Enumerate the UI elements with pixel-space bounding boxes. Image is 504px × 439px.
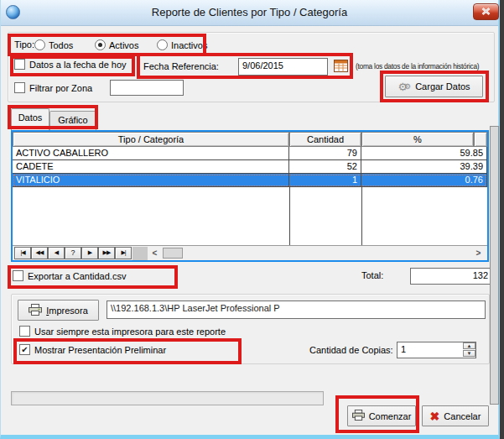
window-title: Reporte de Clientes por Tipo / Categoría: [1, 6, 498, 18]
cell-pct: 59.85: [361, 147, 487, 160]
dialog-window: Reporte de Clientes por Tipo / Categoría…: [0, 0, 500, 439]
usar-siempre-label: Usar siempre esta impresora para este re…: [34, 327, 226, 337]
usar-siempre-checkbox[interactable]: [19, 326, 30, 337]
cell-pct: 39.39: [361, 160, 487, 174]
calendar-icon[interactable]: [334, 59, 349, 73]
column-header-tipo[interactable]: Tipo / Categoría: [13, 132, 289, 147]
grid-navigator: |◀ ◀◀ ◀ ? ▶ ▶▶ ▶| < >: [13, 245, 487, 260]
cargar-datos-label: Cargar Datos: [415, 81, 470, 91]
cell-cantidad: 79: [289, 147, 361, 160]
nav-fast-back-button[interactable]: ◀◀: [31, 247, 48, 259]
exportar-label: Exportar a Cantidad.csv: [28, 271, 126, 281]
cell-pct: 0.76: [361, 174, 487, 187]
radio-inactivos[interactable]: [157, 39, 168, 50]
nav-next-button[interactable]: ▶: [81, 247, 98, 259]
cell-tipo: ACTIVO CABALLERO: [13, 147, 289, 160]
preliminar-checkbox[interactable]: ✔: [19, 344, 30, 355]
check-icon: ✔: [21, 345, 28, 354]
hscroll-left-icon[interactable]: <: [149, 248, 160, 259]
title-bar: Reporte de Clientes por Tipo / Categoría: [1, 0, 498, 26]
spin-up-icon[interactable]: ▲: [463, 342, 475, 349]
cancelar-label: Cancelar: [444, 411, 481, 421]
datos-hoy-label: Datos a la fecha de hoy: [29, 60, 127, 70]
radio-todos-label: Todos: [49, 40, 73, 50]
filtrar-zona-label: Filtrar por Zona: [29, 83, 92, 93]
radio-todos[interactable]: [34, 39, 45, 50]
grid-column-line: [289, 187, 290, 245]
cancel-x-icon: ✖: [430, 410, 440, 422]
printer-icon: [29, 304, 42, 317]
copias-label: Cantidad de Copias:: [309, 345, 393, 355]
cell-cantidad: 1: [289, 174, 361, 187]
total-label: Total:: [361, 270, 383, 280]
fecha-referencia-input[interactable]: 9/06/2015: [238, 58, 328, 76]
zona-input[interactable]: [110, 80, 184, 96]
exportar-checkbox[interactable]: [13, 270, 23, 281]
radio-inactivos-label: Inactivos: [171, 40, 207, 50]
filtrar-zona-checkbox[interactable]: [14, 82, 25, 93]
cell-cantidad: 52: [289, 160, 361, 174]
cell-tipo: CADETE: [13, 160, 289, 174]
tab-grafico[interactable]: Gráfico: [49, 111, 96, 130]
grid-column-line: [361, 187, 362, 245]
nav-first-button[interactable]: |◀: [14, 247, 31, 259]
tab-datos[interactable]: Datos: [11, 108, 49, 130]
preliminar-label: Mostrar Presentación Preliminar: [34, 345, 166, 355]
historical-note: (toma los datos de la información histór…: [356, 62, 479, 71]
close-icon: [481, 7, 491, 17]
gears-icon: ⚙⚙: [397, 81, 411, 92]
spin-down-icon[interactable]: ▼: [463, 350, 475, 357]
progress-bar: [11, 391, 324, 405]
table-row[interactable]: CADETE 52 39.39: [13, 160, 487, 174]
datos-hoy-checkbox[interactable]: [14, 59, 25, 70]
tipo-label: Tipo:: [14, 39, 34, 50]
table-row-selected[interactable]: VITALICIO 1 0.76: [13, 174, 487, 187]
printer-icon: [352, 410, 365, 422]
nav-gap: [132, 247, 148, 260]
hscroll-thumb[interactable]: [163, 248, 183, 259]
printer-path-field[interactable]: \\192.168.1.3\HP LaserJet Professional P: [107, 301, 486, 319]
right-edge-panel: [490, 126, 499, 405]
fecha-referencia-label: Fecha Referencia:: [143, 61, 219, 71]
nav-prev-button[interactable]: ◀: [48, 247, 65, 259]
table-row[interactable]: ACTIVO CABALLERO 79 59.85: [13, 147, 487, 160]
close-button[interactable]: [473, 3, 499, 20]
comenzar-label: Comenzar: [369, 411, 412, 421]
comenzar-button[interactable]: Comenzar: [347, 405, 416, 426]
nav-fast-forward-button[interactable]: ▶▶: [98, 247, 115, 259]
hscroll-right-icon[interactable]: >: [473, 248, 484, 259]
cargar-datos-button[interactable]: ⚙⚙ Cargar Datos: [385, 76, 483, 97]
impresora-label: Impresora: [46, 306, 88, 316]
radio-activos-label: Activos: [109, 40, 138, 50]
impresora-button[interactable]: Impresora: [18, 300, 99, 321]
nav-help-button[interactable]: ?: [65, 247, 81, 259]
column-header-filler: [474, 132, 487, 147]
column-header-cantidad[interactable]: Cantidad: [289, 132, 361, 147]
cancelar-button[interactable]: ✖ Cancelar: [422, 405, 489, 426]
data-grid: Tipo / Categoría Cantidad % ACTIVO CABAL…: [11, 130, 489, 262]
nav-last-button[interactable]: ▶|: [115, 247, 132, 259]
column-header-pct[interactable]: %: [361, 132, 474, 147]
radio-activos[interactable]: [95, 39, 106, 50]
cell-tipo: VITALICIO: [13, 174, 289, 187]
total-field: 132: [410, 268, 492, 285]
